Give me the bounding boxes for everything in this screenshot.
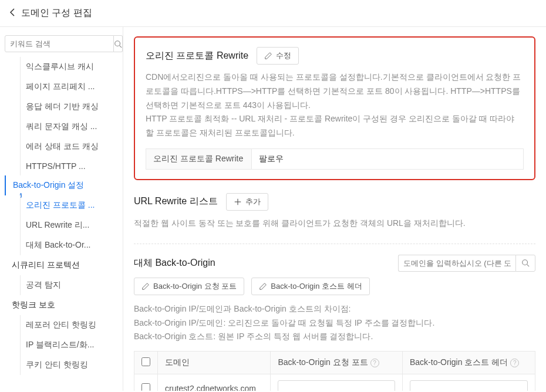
url-rewrite-title: URL Rewrite 리스트 — [134, 195, 218, 208]
back-to-origin-title: 대체 Back-to-Origin — [134, 257, 215, 269]
sidebar-group-back-to-origin[interactable]: Back-to-Origin 설정 — [6, 175, 118, 195]
btn-host-label: Back-to-Origin 호스트 헤더 — [271, 281, 362, 292]
edit-button[interactable]: 수정 — [257, 47, 299, 65]
select-all-checkbox[interactable] — [141, 357, 150, 366]
help-icon[interactable]: ? — [370, 359, 379, 367]
sidebar-group-security[interactable]: 시큐리티 프로텍션 — [5, 255, 118, 275]
origin-rewrite-value: 팔로우 — [252, 149, 523, 169]
origin-rewrite-value-row: 오리진 프로토콜 Rewrite 팔로우 — [146, 148, 524, 170]
svg-point-0 — [115, 40, 120, 46]
sidebar-group-hotlink[interactable]: 핫링크 보호 — [5, 295, 118, 315]
domain-search-button[interactable] — [515, 255, 535, 272]
origin-rewrite-title: 오리진 프로토콜 Rewrite — [146, 50, 248, 62]
help-icon[interactable]: ? — [510, 359, 519, 367]
page-title: 도메인 구성 편집 — [21, 7, 92, 19]
sidebar-item-url-rewrite[interactable]: URL Rewrite 리... — [5, 215, 118, 235]
sidebar-search-button[interactable] — [114, 35, 123, 52]
back-to-origin-port-button[interactable]: Back-to-Origin 요청 포트 — [134, 278, 244, 295]
table-row: crutest2.cdnetworks.com — [134, 374, 535, 391]
sidebar-item-alt-back-to-origin[interactable]: 대체 Back-to-Or... — [5, 235, 118, 255]
origin-rewrite-key: 오리진 프로토콜 Rewrite — [146, 149, 252, 169]
sidebar-item-page-prefetch[interactable]: 페이지 프리페치 ... — [5, 77, 118, 97]
back-icon[interactable] — [9, 8, 15, 19]
svg-line-1 — [120, 45, 122, 48]
svg-line-5 — [527, 265, 530, 267]
sidebar: 익스클루시브 캐시 페이지 프리페치 ... 응답 헤더 기반 캐싱 쿼리 문자… — [0, 27, 123, 391]
sidebar-item-error-code-cache[interactable]: 에러 상태 코드 캐싱 — [5, 137, 118, 157]
add-label: 추가 — [245, 197, 261, 207]
edit-icon — [264, 52, 272, 60]
edit-icon — [259, 282, 267, 290]
col-port: Back-to-Origin 요청 포트? — [271, 352, 403, 374]
edit-icon — [141, 282, 150, 290]
back-to-origin-panel: 대체 Back-to-Origin Back-to-Origin 요청 포트 B… — [134, 255, 535, 391]
sidebar-search-input[interactable] — [5, 35, 114, 52]
btn-port-label: Back-to-Origin 요청 포트 — [153, 281, 237, 292]
url-rewrite-desc: 적절한 웹 사이트 동작 또는 보호를 위해 클라이언트가 요청한 객체의 UR… — [134, 217, 535, 231]
col-domain: 도메인 — [158, 352, 271, 374]
svg-point-4 — [523, 260, 528, 265]
search-icon — [521, 259, 530, 267]
sidebar-item-resp-header-cache[interactable]: 응답 헤더 기반 캐싱 — [5, 97, 118, 117]
origin-rewrite-desc: CDN에서오리진으로 돌아올 때 사용되는 프로토콜을 설정합니다.기본적으로 … — [146, 70, 524, 140]
domain-search-input[interactable] — [398, 255, 515, 272]
edit-label: 수정 — [276, 50, 291, 61]
origin-protocol-rewrite-panel: 오리진 프로토콜 Rewrite 수정 CDN에서오리진으로 돌아올 때 사용되… — [134, 36, 535, 180]
add-button[interactable]: 추가 — [226, 193, 268, 211]
port-input[interactable] — [278, 380, 395, 391]
search-icon — [114, 40, 122, 48]
sidebar-item-attack-detect[interactable]: 공격 탐지 — [5, 275, 118, 295]
host-input[interactable] — [410, 380, 528, 391]
sidebar-item-exclusive-cache[interactable]: 익스클루시브 캐시 — [5, 57, 118, 77]
sidebar-item-origin-protocol[interactable]: 오리진 프로토콜 ... — [5, 195, 118, 215]
col-host: Back-to-Origin 호스트 헤더? — [403, 352, 535, 374]
plus-icon — [234, 198, 242, 206]
sidebar-item-referer-hotlink[interactable]: 레포러 안티 핫링킹 — [5, 315, 118, 335]
row-checkbox[interactable] — [141, 383, 150, 391]
sidebar-item-ip-blacklist[interactable]: IP 블랙리스트/화... — [5, 335, 118, 355]
back-to-origin-table: 도메인 Back-to-Origin 요청 포트? Back-to-Origin… — [134, 351, 535, 391]
sidebar-item-query-string-cache[interactable]: 쿼리 문자열 캐싱 ... — [5, 117, 118, 137]
url-rewrite-panel: URL Rewrite 리스트 추가 적절한 웹 사이트 동작 또는 보호를 위… — [134, 193, 535, 231]
sidebar-item-https-http[interactable]: HTTPS/HTTP ... — [5, 157, 118, 175]
back-to-origin-notes: Back-to-Origin IP/도메인과 Back-to-Origin 호스… — [134, 302, 535, 344]
sidebar-item-cookie-hotlink[interactable]: 쿠키 안티 핫링킹 — [5, 355, 118, 375]
back-to-origin-host-button[interactable]: Back-to-Origin 호스트 헤더 — [251, 278, 369, 295]
cell-domain: crutest2.cdnetworks.com — [158, 374, 271, 391]
